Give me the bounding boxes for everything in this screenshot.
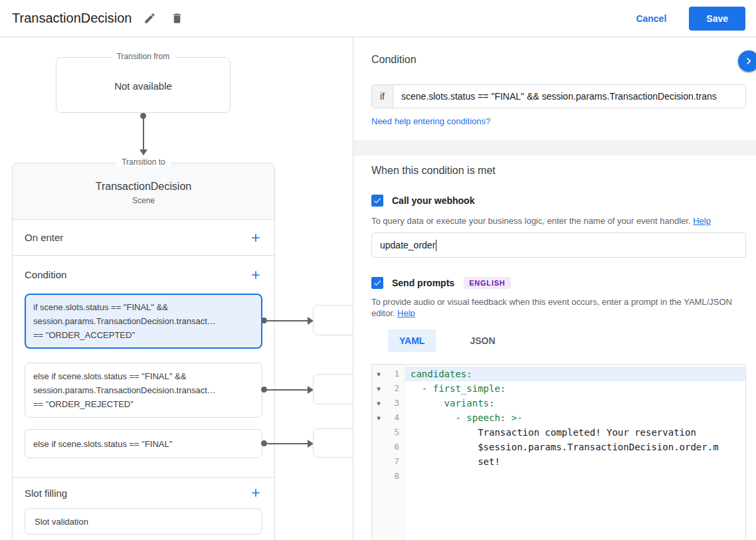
- save-button[interactable]: Save: [689, 7, 745, 31]
- line-number: 3: [385, 396, 405, 410]
- line-number: 2: [385, 381, 405, 396]
- transition-from-node: Transition from Not available: [56, 57, 231, 113]
- code-text: Transaction completed! Your reservation: [405, 425, 745, 440]
- language-badge: ENGLISH: [464, 277, 511, 289]
- connector-dot: [140, 113, 146, 119]
- send-prompts-label: Send prompts: [392, 278, 454, 288]
- code-text: - speech: >-: [405, 410, 745, 425]
- editor-line[interactable]: 6 $session.params.TransactionDecision.or…: [372, 440, 745, 454]
- code-text: candidates:: [405, 367, 745, 381]
- condition-expression-row: if scene.slots.status == "FINAL" && sess…: [371, 84, 746, 108]
- scene-header[interactable]: TransactionDecision Scene: [13, 163, 274, 220]
- connector-dot: [261, 317, 267, 323]
- transition-from-value: Not available: [56, 80, 230, 92]
- editor-line[interactable]: ▾3 variants:: [372, 396, 745, 410]
- condition-connector: [261, 440, 314, 446]
- transition-to-node: Transition to TransactionDecision Scene …: [12, 163, 275, 540]
- tab-yaml[interactable]: YAML: [388, 329, 436, 352]
- text-cursor: [436, 240, 436, 251]
- slot-filling-label: Slot filling: [25, 488, 67, 499]
- connector-line: [143, 119, 144, 149]
- line-number: 8: [385, 469, 405, 484]
- editor-line[interactable]: ▾4 - speech: >-: [372, 410, 745, 425]
- pencil-icon: [143, 12, 156, 25]
- add-icon[interactable]: [249, 268, 262, 282]
- line-number: 4: [385, 410, 405, 425]
- condition-section-label: Condition: [25, 269, 66, 280]
- condition-connector: [261, 387, 314, 393]
- line-number: 1: [385, 367, 405, 381]
- webhook-input-value: update_order: [380, 240, 435, 250]
- editor-line[interactable]: ▾1candidates:: [372, 367, 745, 381]
- editor-line[interactable]: 8: [372, 469, 745, 484]
- fold-spacer: [372, 454, 385, 469]
- line-number: 7: [385, 454, 405, 469]
- slot-validation-label: Slot validation: [35, 517, 88, 527]
- if-label: if: [372, 85, 393, 108]
- condition-card-final[interactable]: else if scene.slots.status == "FINAL": [25, 429, 262, 458]
- fold-arrow-icon[interactable]: ▾: [372, 396, 385, 410]
- check-icon: [373, 196, 382, 205]
- webhook-row: Call your webhook: [371, 195, 474, 207]
- condition-section-header[interactable]: Condition: [13, 256, 274, 294]
- code-text: variants:: [405, 396, 745, 410]
- editor-line[interactable]: 5 Transaction completed! Your reservatio…: [372, 425, 745, 440]
- edit-title-button[interactable]: [141, 9, 159, 27]
- collapse-panel-button[interactable]: [738, 50, 756, 72]
- arrow-down-icon: [140, 149, 147, 155]
- scene-title: TransactionDecision: [13, 163, 274, 193]
- conditions-help-link[interactable]: Need help entering conditions?: [371, 116, 490, 126]
- code-text: set!: [405, 454, 745, 469]
- editor-line[interactable]: ▾2 - first_simple:: [372, 381, 745, 396]
- condition-card-accepted[interactable]: if scene.slots.status == "FINAL" && sess…: [25, 294, 262, 349]
- connector-line: [267, 443, 308, 444]
- slot-validation-card[interactable]: Slot validation: [25, 508, 262, 535]
- panel-title: Condition: [371, 54, 417, 66]
- webhook-input[interactable]: update_order: [371, 232, 746, 258]
- condition-cards: if scene.slots.status == "FINAL" && sess…: [13, 294, 274, 458]
- add-icon[interactable]: [249, 486, 262, 499]
- scene-subtitle: Scene: [13, 196, 274, 205]
- yaml-editor-lines: ▾1candidates:▾2 - first_simple:▾3 varian…: [372, 365, 745, 484]
- destination-node[interactable]: [313, 428, 353, 458]
- when-met-title: When this condition is met: [371, 165, 496, 177]
- webhook-checkbox[interactable]: [371, 195, 383, 207]
- prompts-help-link[interactable]: Help: [397, 308, 415, 318]
- check-icon: [373, 278, 382, 288]
- code-text: $session.params.TransactionDecision.orde…: [405, 440, 745, 454]
- webhook-description: To query data or execute your business l…: [371, 215, 746, 226]
- yaml-editor[interactable]: ▾1candidates:▾2 - first_simple:▾3 varian…: [371, 364, 746, 540]
- condition-expression-input[interactable]: scene.slots.status == "FINAL" && session…: [393, 85, 745, 108]
- fold-arrow-icon[interactable]: ▾: [372, 381, 385, 396]
- prompts-description-text: To provide audio or visual feedback when…: [371, 297, 732, 318]
- line-number: 5: [385, 425, 405, 440]
- webhook-help-link[interactable]: Help: [693, 216, 711, 226]
- destination-node[interactable]: [313, 374, 353, 405]
- destination-node[interactable]: [313, 305, 353, 335]
- slot-filling-section-header[interactable]: Slot filling: [13, 478, 274, 508]
- connector-dot: [261, 387, 267, 393]
- top-bar: TransactionDecision Cancel Save: [0, 0, 756, 37]
- prompts-description: To provide audio or visual feedback when…: [371, 296, 743, 319]
- cancel-button[interactable]: Cancel: [636, 13, 666, 24]
- editor-tabs: YAML JSON: [388, 329, 507, 352]
- condition-card-rejected[interactable]: else if scene.slots.status == "FINAL" &&…: [25, 363, 262, 418]
- connector-line: [267, 320, 308, 321]
- trash-icon: [171, 12, 183, 25]
- send-prompts-row: Send prompts ENGLISH: [371, 277, 511, 289]
- on-enter-section[interactable]: On enter: [13, 220, 274, 256]
- add-icon[interactable]: [249, 231, 262, 244]
- tab-json[interactable]: JSON: [458, 329, 506, 352]
- condition-text: else if scene.slots.status == "FINAL": [33, 437, 254, 451]
- section-divider-band: [353, 140, 756, 155]
- page-title: TransactionDecision: [12, 11, 132, 26]
- delete-scene-button[interactable]: [168, 9, 186, 27]
- on-enter-label: On enter: [25, 232, 63, 243]
- editor-line[interactable]: 7 set!: [372, 454, 745, 469]
- fold-arrow-icon[interactable]: ▾: [372, 410, 385, 425]
- line-number: 6: [385, 440, 405, 454]
- app-root: TransactionDecision Cancel Save Transiti…: [0, 0, 756, 540]
- send-prompts-checkbox[interactable]: [371, 277, 383, 289]
- fold-arrow-icon[interactable]: ▾: [372, 367, 385, 381]
- code-text: - first_simple:: [405, 381, 745, 396]
